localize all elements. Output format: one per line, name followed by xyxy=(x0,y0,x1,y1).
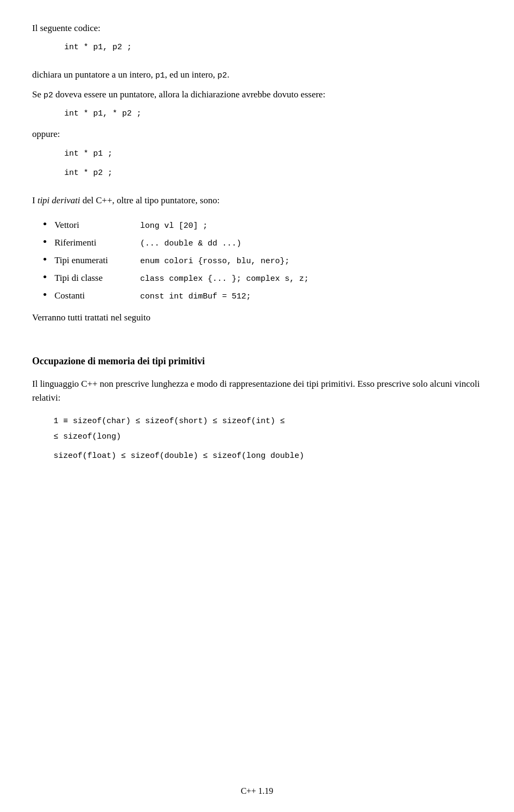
section-heading: Occupazione di memoria dei tipi primitiv… xyxy=(32,354,482,369)
bullet-label: Tipi di classe xyxy=(55,273,140,284)
oppure-label: oppure: xyxy=(32,127,482,141)
tipi-derivati-line: I tipi derivati del C++, oltre al tipo p… xyxy=(32,194,482,208)
code-block-p1: int * p1 ; xyxy=(64,147,482,161)
formula-line-2: ≤ sizeof(long) xyxy=(54,430,482,445)
bullet-label: Vettori xyxy=(55,220,140,231)
bullet-label: Tipi enumerati xyxy=(55,255,140,266)
verranno-text: Verranno tutti trattati nel seguito xyxy=(32,311,482,325)
bullet-list: • Vettori long vl [20] ; • Riferimenti (… xyxy=(32,218,482,301)
code-line1: int * p1, p2 ; xyxy=(64,41,482,55)
list-item: • Vettori long vl [20] ; xyxy=(32,218,482,231)
bullet-dot: • xyxy=(43,254,47,265)
bullet-label: Riferimenti xyxy=(55,238,140,248)
list-item: • Tipi di classe class complex {... }; c… xyxy=(32,271,482,284)
formula-line-1: 1 ≡ sizeof(char) ≤ sizeof(short) ≤ sizeo… xyxy=(54,414,482,430)
bullet-code: (... double & dd ...) xyxy=(140,239,241,248)
intro-label: Il seguente codice: xyxy=(32,21,482,35)
bullet-code: long vl [20] ; xyxy=(140,221,208,231)
bullet-dot: • xyxy=(43,236,47,248)
body-text-1: Il linguaggio C++ non prescrive lunghezz… xyxy=(32,377,482,404)
code-block-p2: int * p2 ; xyxy=(64,166,482,180)
bullet-dot: • xyxy=(43,271,47,283)
bullet-code: const int dimBuf = 512; xyxy=(140,292,251,301)
code-block-p1p2: int * p1, * p2 ; xyxy=(64,107,482,121)
footer: C++ 1.19 xyxy=(0,786,514,796)
bullet-code: enum colori {rosso, blu, nero}; xyxy=(140,257,290,266)
declares-text: dichiara un puntatore a un intero, p1, e… xyxy=(32,68,482,82)
bullet-label: Costanti xyxy=(55,290,140,301)
list-item: • Tipi enumerati enum colori {rosso, blu… xyxy=(32,254,482,266)
bullet-dot: • xyxy=(43,218,47,230)
list-item: • Costanti const int dimBuf = 512; xyxy=(32,289,482,301)
bullet-dot: • xyxy=(43,289,47,301)
list-item: • Riferimenti (... double & dd ...) xyxy=(32,236,482,248)
formula-block: 1 ≡ sizeof(char) ≤ sizeof(short) ≤ sizeo… xyxy=(54,414,482,464)
page: Il seguente codice: int * p1, p2 ; dichi… xyxy=(0,0,514,812)
if-p2-text: Se p2 doveva essere un puntatore, allora… xyxy=(32,88,482,102)
formula-line-3: sizeof(float) ≤ sizeof(double) ≤ sizeof(… xyxy=(54,449,482,464)
bullet-code: class complex {... }; complex s, z; xyxy=(140,274,309,284)
